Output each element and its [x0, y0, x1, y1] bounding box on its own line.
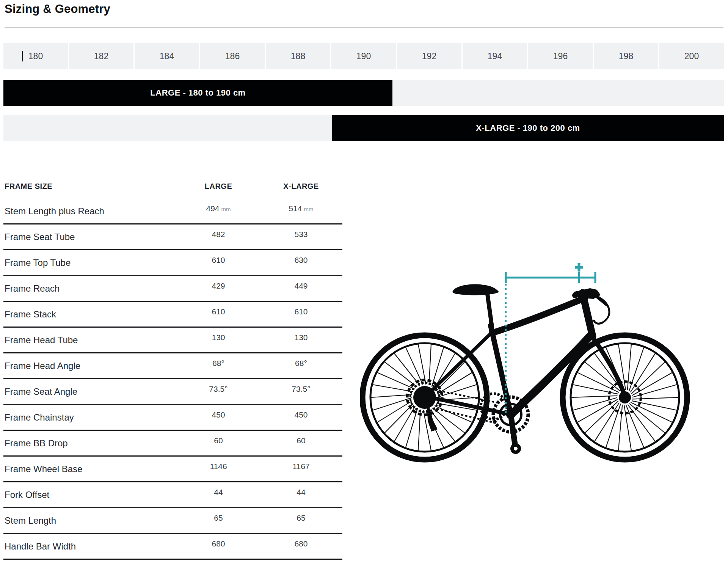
geometry-table-row: Frame Head Tube 130 130	[3, 328, 342, 353]
geometry-row-label: Frame Head Angle	[3, 361, 177, 371]
column-header-frame-size: FRAME SIZE	[3, 178, 177, 191]
ruler-tick-label: 198	[619, 51, 633, 61]
geometry-table-row: Frame Seat Angle 73.5° 73.5°	[3, 379, 342, 405]
geometry-value-large: 1146	[177, 462, 260, 471]
seat-tube	[491, 325, 511, 414]
page-title: Sizing & Geometry	[5, 2, 110, 16]
geometry-row-label: Fork Offset	[3, 490, 177, 500]
geometry-value-large: 60	[177, 436, 260, 445]
geometry-table-row: Frame Wheel Base 1146 1167	[3, 457, 342, 482]
ruler-tick-label: 180	[28, 51, 43, 61]
column-header-large: LARGE	[177, 178, 260, 191]
geometry-value-xlarge: 533	[260, 230, 342, 239]
geometry-row-label: Frame BB Drop	[3, 438, 177, 449]
plus-marker-icon	[575, 263, 583, 272]
geometry-table-row: Stem Length 65 65	[3, 508, 342, 534]
geometry-value-large: 130	[177, 333, 260, 342]
geometry-value-large: 610	[177, 256, 260, 265]
title-divider	[5, 27, 723, 28]
geometry-row-label: Frame Stack	[3, 309, 177, 320]
geometry-row-label: Frame Head Tube	[3, 335, 177, 345]
geometry-value-large: 494mm	[177, 204, 260, 213]
geometry-table-header: FRAME SIZE LARGE X-LARGE	[3, 178, 342, 199]
geometry-table-row: Fork Offset 44 44	[3, 482, 342, 508]
geometry-row-label: Frame Chainstay	[3, 412, 177, 423]
ruler-tick-label: 196	[553, 51, 568, 61]
geometry-table-row: Stem Length plus Reach 494mm 514mm	[3, 199, 342, 224]
measurement-annotations	[506, 263, 595, 413]
geometry-value-xlarge: 130	[260, 333, 342, 342]
seat-post	[487, 293, 492, 328]
geometry-value-large: 610	[177, 307, 260, 316]
ruler-tick-cell[interactable]: 190	[331, 43, 396, 69]
ruler-tick-label: 186	[225, 51, 240, 61]
geometry-value-xlarge: 449	[260, 281, 342, 290]
geometry-table-row: Frame Chainstay 450 450	[3, 405, 342, 431]
geometry-value-large: 65	[177, 513, 260, 523]
geometry-value-xlarge: 60	[260, 436, 342, 445]
geometry-value-xlarge: 610	[260, 307, 342, 316]
column-header-xlarge: X-LARGE	[260, 178, 342, 191]
ruler-tick-cell[interactable]: 186	[200, 43, 265, 69]
geometry-table-row: Frame Head Angle 68° 68°	[3, 353, 342, 379]
saddle	[452, 284, 499, 295]
size-band-row-xlarge: X-LARGE - 190 to 200 cm	[3, 115, 724, 141]
ruler-tick-label: 188	[291, 51, 305, 61]
ruler-tick-cell[interactable]: 188	[266, 43, 330, 69]
ruler-tick-cell[interactable]: 194	[463, 43, 527, 69]
geometry-table-row: Frame Seat Tube 482 533	[3, 224, 342, 250]
ruler-tick-label: 184	[160, 51, 174, 61]
head-tube	[582, 293, 593, 336]
ruler-tick-cell[interactable]: 180	[3, 43, 68, 69]
ruler-tick-cell[interactable]: 192	[397, 43, 461, 69]
ruler-tick-cell[interactable]: 182	[69, 43, 133, 69]
geometry-value-large: 429	[177, 281, 260, 290]
ruler-tick-label: 192	[422, 51, 436, 61]
geometry-value-xlarge: 44	[260, 488, 342, 497]
ruler-tick-cell[interactable]: 196	[528, 43, 593, 69]
geometry-table-row: Frame BB Drop 60 60	[3, 431, 342, 457]
geometry-table-body: Stem Length plus Reach 494mm 514mm Frame…	[3, 199, 342, 560]
ruler-cursor-tick[interactable]	[22, 51, 23, 61]
geometry-value-large: 450	[177, 410, 260, 419]
size-band-large[interactable]: LARGE - 180 to 190 cm	[3, 80, 392, 106]
geometry-row-label: Handle Bar Width	[3, 541, 177, 552]
height-ruler[interactable]: 180 182 184 186 188 190 192 194 196	[3, 43, 724, 69]
size-band-xlarge-label: X-LARGE - 190 to 200 cm	[476, 123, 580, 133]
size-band-large-label: LARGE - 180 to 190 cm	[150, 88, 245, 98]
geometry-value-xlarge: 514mm	[260, 204, 342, 213]
pedal-hole	[514, 447, 518, 451]
ruler-tick-label: 190	[356, 51, 371, 61]
geometry-row-label: Stem Length plus Reach	[3, 206, 177, 217]
brake-lever-icon	[595, 295, 607, 305]
geometry-row-label: Frame Seat Angle	[3, 386, 177, 397]
ruler-tick-cell[interactable]: 184	[135, 43, 199, 69]
geometry-table-row: Frame Stack 610 610	[3, 302, 342, 328]
ruler-tick-label: 200	[684, 51, 699, 61]
geometry-table-row: Handle Bar Width 680 680	[3, 534, 342, 560]
geometry-value-large: 482	[177, 230, 260, 239]
geometry-value-large: 680	[177, 539, 260, 548]
geometry-value-large: 68°	[177, 359, 260, 368]
geometry-row-label: Frame Reach	[3, 283, 177, 294]
sizing-geometry-page: Sizing & Geometry 180 182 184 186 188 19…	[0, 0, 728, 562]
geometry-row-label: Frame Wheel Base	[3, 464, 177, 474]
geometry-table-row: Frame Reach 429 449	[3, 276, 342, 302]
geometry-value-xlarge: 73.5°	[260, 385, 342, 394]
ruler-tick-cell[interactable]: 198	[594, 43, 658, 69]
geometry-value-xlarge: 630	[260, 256, 342, 265]
bike-geometry-diagram	[360, 258, 694, 480]
seatstay	[427, 332, 492, 395]
geometry-table-row: Frame Top Tube 610 630	[3, 250, 342, 276]
size-band-row-large: LARGE - 180 to 190 cm	[3, 80, 724, 106]
size-band-xlarge[interactable]: X-LARGE - 190 to 200 cm	[332, 115, 724, 141]
ruler-tick-label: 182	[94, 51, 108, 61]
geometry-value-xlarge: 680	[260, 539, 342, 548]
ruler-tick-cell[interactable]: 200	[659, 43, 724, 69]
geometry-value-xlarge: 450	[260, 410, 342, 419]
geometry-row-label: Frame Top Tube	[3, 257, 177, 268]
geometry-row-label: Stem Length	[3, 515, 177, 526]
crank-arm	[511, 414, 515, 447]
ruler-tick-label: 194	[488, 51, 502, 61]
geometry-value-xlarge: 68°	[260, 359, 342, 368]
